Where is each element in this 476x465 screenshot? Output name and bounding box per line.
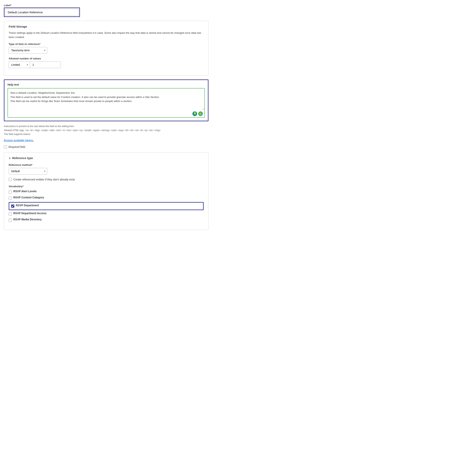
field-storage-description: These settings apply to the Default Loca… <box>9 31 204 39</box>
light-bulb-icon[interactable]: 💡 <box>192 111 197 116</box>
label-field-label: Label* <box>4 4 209 7</box>
reference-method-select[interactable]: Default Views <box>9 168 47 174</box>
help-text-section: Help text Sets a default Location, Neigh… <box>4 79 209 121</box>
reference-method-label: Reference method* <box>9 163 204 166</box>
vocabulary-group: Vocabulary* RSVP Alert Levels RSVP Conte… <box>9 185 204 222</box>
vocab-item-content-category: RSVP Content Category <box>9 196 204 201</box>
reference-method-group: Reference method* Default Views ▾ <box>9 163 204 174</box>
create-entities-checkbox[interactable] <box>9 178 12 181</box>
type-of-item-select[interactable]: Taxonomy term Content User File <box>9 47 47 53</box>
help-textarea[interactable]: Sets a default Location, Neighborhood, D… <box>8 89 204 110</box>
reference-type-header: ∧ Reference type <box>9 156 204 160</box>
number-input[interactable] <box>30 62 61 68</box>
vocab-checkbox-department[interactable] <box>11 205 14 208</box>
grammar-icon[interactable]: G <box>198 111 203 116</box>
label-input-wrapper <box>4 8 80 17</box>
vocab-checkbox-content-category[interactable] <box>9 197 12 200</box>
chevron-up-icon: ∧ <box>9 157 11 160</box>
allowed-number-inline: Limited Unlimited ▾ <box>9 62 204 68</box>
help-note-1: Instructions to present to the user belo… <box>4 124 209 128</box>
type-of-item-group: Type of item to reference* Taxonomy term… <box>9 42 204 53</box>
required-field-row: Required field <box>4 145 209 148</box>
help-note-2: Allowed HTML tags: <a> <b> <big> <code> … <box>4 128 209 132</box>
vocab-label-content-category[interactable]: RSVP Content Category <box>13 196 44 199</box>
vocab-label-media-directory[interactable]: RSVP Media Directory <box>13 218 42 221</box>
vocab-item-alert-levels: RSVP Alert Levels <box>9 190 204 194</box>
type-of-item-select-wrapper: Taxonomy term Content User File ▾ <box>9 47 47 53</box>
vocab-checkbox-media-directory[interactable] <box>9 219 12 222</box>
help-note-3: This field supports tokens. <box>4 132 209 136</box>
label-text: Label <box>4 4 11 7</box>
label-input[interactable] <box>5 9 78 16</box>
required-field-checkbox[interactable] <box>4 145 7 148</box>
vocab-item-department-access: RSVP Department Access <box>9 212 204 216</box>
label-section: Label* <box>4 4 209 17</box>
help-notes: Instructions to present to the user belo… <box>4 124 209 136</box>
vocab-checkbox-alert-levels[interactable] <box>9 190 12 194</box>
vocab-label-alert-levels[interactable]: RSVP Alert Levels <box>13 190 37 193</box>
field-storage-card: Field Storage These settings apply to th… <box>4 21 209 75</box>
create-entities-label[interactable]: Create referenced entities if they don't… <box>13 178 75 181</box>
allowed-number-group: Allowed number of values Limited Unlimit… <box>9 57 204 68</box>
browse-tokens-link[interactable]: Browse available tokens. <box>4 139 34 142</box>
vocab-label-department-access[interactable]: RSVP Department Access <box>13 212 46 215</box>
label-required: * <box>11 4 11 7</box>
vocab-checkbox-department-access[interactable] <box>9 212 12 216</box>
help-text-title: Help text <box>8 83 205 86</box>
create-entities-row: Create referenced entities if they don't… <box>9 178 204 181</box>
limited-select[interactable]: Limited Unlimited <box>9 62 30 68</box>
vocab-label-department[interactable]: RSVP Department <box>16 204 39 207</box>
textarea-icons: 💡 G <box>8 111 204 117</box>
reference-type-title: Reference type <box>12 156 33 160</box>
vocab-item-department: RSVP Department <box>9 202 204 210</box>
reference-method-select-wrapper: Default Views ▾ <box>9 168 47 174</box>
limited-select-wrapper: Limited Unlimited ▾ <box>9 62 30 68</box>
vocab-item-media-directory: RSVP Media Directory <box>9 218 204 222</box>
field-storage-title: Field Storage <box>9 25 204 28</box>
allowed-number-label: Allowed number of values <box>9 57 204 60</box>
required-field-label[interactable]: Required field <box>9 145 25 148</box>
help-text-outer-border: Sets a default Location, Neighborhood, D… <box>8 88 205 118</box>
vocabulary-label: Vocabulary* <box>9 185 204 188</box>
type-of-item-label: Type of item to reference* <box>9 42 204 45</box>
reference-type-card: ∧ Reference type Reference method* Defau… <box>4 152 209 230</box>
